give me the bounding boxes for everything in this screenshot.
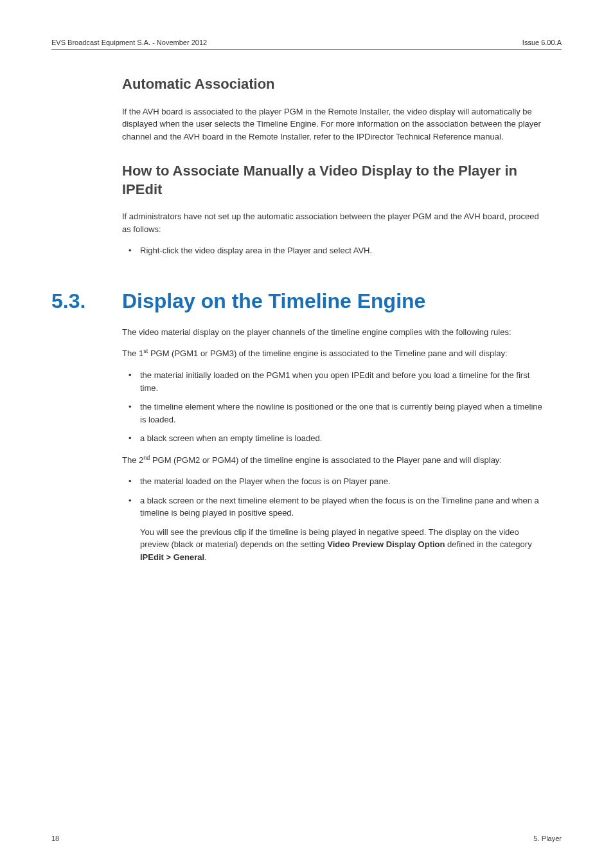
bold-text: IPEdit > General xyxy=(140,552,204,562)
list-item: the material loaded on the Player when t… xyxy=(122,475,549,488)
bullet-list: the material initially loaded on the PGM… xyxy=(122,369,549,445)
list-item: Right-click the video display area in th… xyxy=(122,244,549,257)
bullet-list: the material loaded on the Player when t… xyxy=(122,475,549,563)
text-fragment: . xyxy=(204,552,207,562)
paragraph: The 2nd PGM (PGM2 or PGM4) of the timeli… xyxy=(122,454,549,467)
paragraph: If administrators have not set up the au… xyxy=(122,210,549,235)
page: EVS Broadcast Equipment S.A. - November … xyxy=(0,0,613,868)
section-number: 5.3. xyxy=(51,289,122,313)
list-item: the timeline element where the nowline i… xyxy=(122,401,549,426)
paragraph: If the AVH board is associated to the pl… xyxy=(122,105,549,143)
text-fragment: defined in the category xyxy=(445,539,531,549)
content-area: Automatic Association If the AVH board i… xyxy=(122,75,549,563)
page-number: 18 xyxy=(51,835,59,842)
text-fragment: The 1 xyxy=(122,349,143,359)
text-fragment: PGM (PGM1 or PGM3) of the timeline engin… xyxy=(148,349,507,359)
list-item: a black screen when an empty timeline is… xyxy=(122,432,549,445)
heading-automatic-association: Automatic Association xyxy=(122,75,549,94)
text-fragment: PGM (PGM2 or PGM4) of the timeline engin… xyxy=(150,455,502,465)
paragraph: The video material display on the player… xyxy=(122,326,549,339)
paragraph: The 1st PGM (PGM1 or PGM3) of the timeli… xyxy=(122,347,549,360)
text-fragment: a black screen or the next timeline elem… xyxy=(140,496,539,518)
heading-manual-associate: How to Associate Manually a Video Displa… xyxy=(122,162,549,199)
section-title: Display on the Timeline Engine xyxy=(122,289,425,313)
list-item: the material initially loaded on the PGM… xyxy=(122,369,549,394)
header-bar: EVS Broadcast Equipment S.A. - November … xyxy=(51,39,562,50)
footer-section: 5. Player xyxy=(534,835,562,842)
superscript: nd xyxy=(143,455,150,461)
list-item: a black screen or the next timeline elem… xyxy=(122,494,549,564)
paragraph: You will see the previous clip if the ti… xyxy=(140,526,549,564)
header-left: EVS Broadcast Equipment S.A. - November … xyxy=(51,39,207,46)
bold-text: Video Preview Display Option xyxy=(327,539,445,549)
heading-display-timeline-engine: 5.3. Display on the Timeline Engine xyxy=(51,289,549,313)
header-right: Issue 6.00.A xyxy=(522,39,562,46)
text-fragment: The 2 xyxy=(122,455,143,465)
footer: 18 5. Player xyxy=(51,835,562,842)
bullet-list: Right-click the video display area in th… xyxy=(122,244,549,257)
